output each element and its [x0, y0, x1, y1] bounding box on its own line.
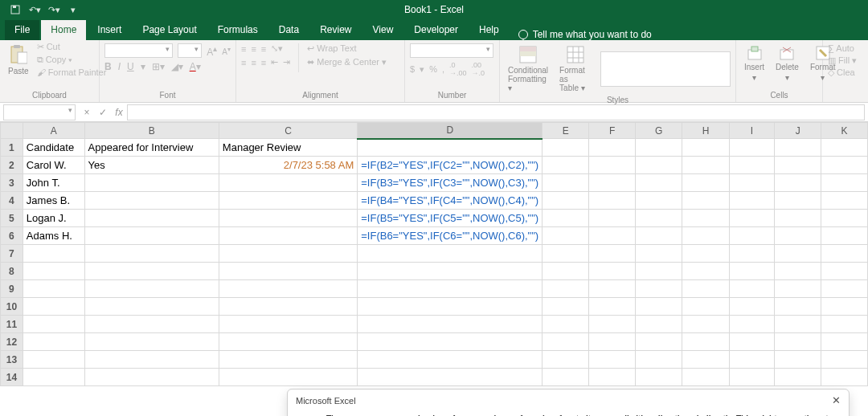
column-header-G[interactable]: G: [636, 123, 682, 139]
cell-G9[interactable]: [636, 280, 682, 298]
align-right-icon[interactable]: ≡: [261, 58, 266, 67]
cell-H2[interactable]: [682, 157, 729, 174]
cell-K8[interactable]: [821, 263, 867, 280]
cell-I1[interactable]: [729, 139, 775, 157]
cell-E10[interactable]: [542, 298, 589, 316]
cell-I7[interactable]: [729, 245, 775, 263]
cell-I11[interactable]: [729, 316, 775, 333]
cell-B13[interactable]: [84, 351, 219, 369]
cell-E5[interactable]: [542, 210, 589, 227]
font-color-button[interactable]: A▾: [190, 61, 201, 72]
cell-I3[interactable]: [729, 174, 775, 192]
cell-G11[interactable]: [636, 316, 682, 333]
number-format-select[interactable]: [410, 43, 493, 58]
cell-F2[interactable]: [589, 157, 636, 174]
shrink-font-icon[interactable]: A▾: [222, 45, 231, 56]
cell-J9[interactable]: [775, 280, 821, 298]
cell-B14[interactable]: [84, 369, 219, 386]
cell-F11[interactable]: [589, 316, 636, 333]
cell-G12[interactable]: [636, 333, 682, 351]
cell-I9[interactable]: [729, 280, 775, 298]
tab-file[interactable]: File: [5, 20, 39, 40]
cell-K6[interactable]: [821, 227, 867, 245]
row-header-9[interactable]: 9: [1, 280, 23, 298]
row-header-8[interactable]: 8: [1, 263, 23, 280]
cell-I4[interactable]: [729, 192, 775, 210]
cell-G5[interactable]: [636, 210, 682, 227]
cell-C8[interactable]: [219, 263, 357, 280]
cell-D8[interactable]: [358, 263, 542, 280]
cell-styles-gallery[interactable]: [600, 51, 731, 87]
row-header-6[interactable]: 6: [1, 227, 23, 245]
tab-help[interactable]: Help: [469, 20, 509, 40]
cell-B2[interactable]: Yes: [84, 157, 219, 174]
redo-icon[interactable]: ↷▾: [47, 2, 61, 17]
cell-B8[interactable]: [84, 263, 219, 280]
row-header-12[interactable]: 12: [1, 333, 23, 351]
cell-D1[interactable]: [358, 139, 542, 157]
cell-H12[interactable]: [682, 333, 729, 351]
cut-button[interactable]: ✂ Cut: [37, 42, 107, 52]
column-header-E[interactable]: E: [542, 123, 589, 139]
column-header-J[interactable]: J: [775, 123, 821, 139]
cell-I8[interactable]: [729, 263, 775, 280]
cell-E14[interactable]: [542, 369, 589, 386]
column-header-F[interactable]: F: [589, 123, 636, 139]
cell-K14[interactable]: [821, 369, 867, 386]
cell-A6[interactable]: Adams H.: [23, 227, 84, 245]
cell-D14[interactable]: [358, 369, 542, 386]
cell-E2[interactable]: [542, 157, 589, 174]
fill-color-button[interactable]: ◢▾: [171, 61, 183, 72]
cell-B10[interactable]: [84, 298, 219, 316]
cell-I10[interactable]: [729, 298, 775, 316]
cell-A12[interactable]: [23, 333, 84, 351]
column-header-H[interactable]: H: [682, 123, 729, 139]
cell-D2[interactable]: =IF(B2="YES",IF(C2="",NOW(),C2),""): [358, 157, 542, 174]
format-painter-button[interactable]: 🖌 Format Painter: [37, 67, 107, 78]
cell-A4[interactable]: James B.: [23, 192, 84, 210]
format-as-table-button[interactable]: Format asTable ▾: [556, 43, 596, 94]
autosum-button[interactable]: ∑ Auto: [828, 43, 863, 54]
cell-G2[interactable]: [636, 157, 682, 174]
cell-H5[interactable]: [682, 210, 729, 227]
cell-H10[interactable]: [682, 298, 729, 316]
cell-C13[interactable]: [219, 351, 357, 369]
cell-J14[interactable]: [775, 369, 821, 386]
cell-K4[interactable]: [821, 192, 867, 210]
cell-E1[interactable]: [542, 139, 589, 157]
cell-K2[interactable]: [821, 157, 867, 174]
tab-data[interactable]: Data: [269, 20, 309, 40]
cell-B7[interactable]: [84, 245, 219, 263]
cell-H8[interactable]: [682, 263, 729, 280]
cell-G14[interactable]: [636, 369, 682, 386]
align-middle-icon[interactable]: ≡: [251, 44, 256, 54]
tab-formulas[interactable]: Formulas: [208, 20, 268, 40]
cell-E7[interactable]: [542, 245, 589, 263]
tab-page-layout[interactable]: Page Layout: [133, 20, 206, 40]
tell-me-search[interactable]: Tell me what you want to do: [518, 29, 652, 40]
row-header-2[interactable]: 2: [1, 157, 23, 174]
cell-E4[interactable]: [542, 192, 589, 210]
cell-A9[interactable]: [23, 280, 84, 298]
cell-G6[interactable]: [636, 227, 682, 245]
cell-G7[interactable]: [636, 245, 682, 263]
worksheet-grid[interactable]: ABCDEFGHIJK1CandidateAppeared for Interv…: [0, 122, 868, 386]
cell-B1[interactable]: Appeared for Interview: [84, 139, 219, 157]
cell-H13[interactable]: [682, 351, 729, 369]
cell-J7[interactable]: [775, 245, 821, 263]
save-icon[interactable]: [8, 2, 23, 17]
cell-C3[interactable]: [219, 174, 357, 192]
cell-K3[interactable]: [821, 174, 867, 192]
qat-customize-icon[interactable]: ▾: [66, 2, 80, 17]
cell-C12[interactable]: [219, 333, 357, 351]
cell-F7[interactable]: [589, 245, 636, 263]
row-header-10[interactable]: 10: [1, 298, 23, 316]
fx-button[interactable]: fx: [111, 107, 127, 118]
row-header-11[interactable]: 11: [1, 316, 23, 333]
cell-J1[interactable]: [775, 139, 821, 157]
align-bottom-icon[interactable]: ≡: [261, 44, 266, 54]
cell-C5[interactable]: [219, 210, 357, 227]
cell-J8[interactable]: [775, 263, 821, 280]
row-header-5[interactable]: 5: [1, 210, 23, 227]
indent-inc-icon[interactable]: ⇥: [283, 57, 290, 67]
